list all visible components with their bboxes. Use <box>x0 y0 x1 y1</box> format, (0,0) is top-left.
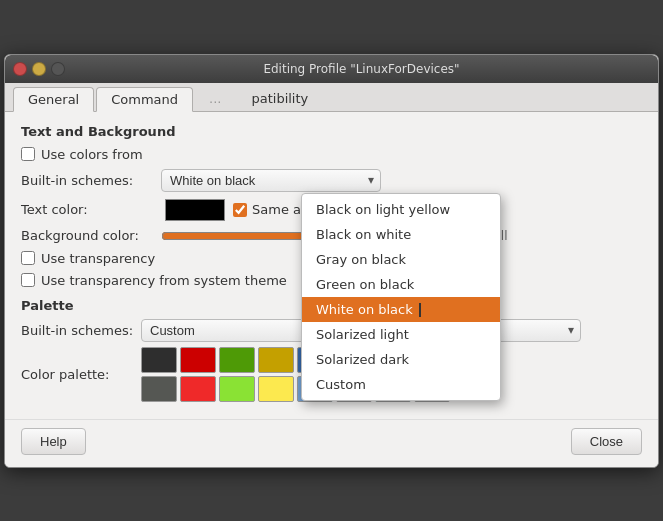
cursor-indicator <box>419 303 421 317</box>
tab-compatibility[interactable]: patibility <box>237 87 322 111</box>
close-window-button[interactable] <box>13 62 27 76</box>
use-system-theme-label: Use transparency from system theme <box>41 273 287 288</box>
use-colors-row: Use colors from <box>21 147 642 162</box>
scheme-custom[interactable]: Custom <box>302 372 500 397</box>
swatch-2-1[interactable] <box>141 376 177 402</box>
use-system-theme-checkbox[interactable] <box>21 273 35 287</box>
same-as-text-checkbox[interactable] <box>233 203 247 217</box>
text-color-label: Text color: <box>21 202 161 217</box>
scheme-solarized-dark[interactable]: Solarized dark <box>302 347 500 372</box>
use-transparency-label: Use transparency <box>41 251 155 266</box>
builtin-schemes-row: Built-in schemes: White on black Black o… <box>21 169 642 192</box>
color-palette-label: Color palette: <box>21 367 141 382</box>
scheme-black-light-yellow[interactable]: Black on light yellow <box>302 197 500 222</box>
tab-command[interactable]: Command <box>96 87 193 112</box>
tab-general[interactable]: General <box>13 87 94 112</box>
palette-builtin-label: Built-in schemes: <box>21 323 141 338</box>
window-controls <box>13 62 65 76</box>
swatch-2-4[interactable] <box>258 376 294 402</box>
builtin-schemes-label: Built-in schemes: <box>21 173 161 188</box>
builtin-schemes-button[interactable]: White on black <box>161 169 381 192</box>
scheme-solarized-light[interactable]: Solarized light <box>302 322 500 347</box>
builtin-schemes-dropdown[interactable]: White on black Black on light yellow Bla… <box>161 169 381 192</box>
swatch-1-3[interactable] <box>219 347 255 373</box>
swatch-1-4[interactable] <box>258 347 294 373</box>
swatch-2-2[interactable] <box>180 376 216 402</box>
footer: Help Close <box>5 419 658 467</box>
profile-content: Text and Background Use colors from Buil… <box>5 112 658 419</box>
titlebar: Editing Profile "LinuxForDevices" <box>5 55 658 83</box>
swatch-2-3[interactable] <box>219 376 255 402</box>
maximize-button[interactable] <box>51 62 65 76</box>
use-colors-checkbox[interactable] <box>21 147 35 161</box>
main-window: Editing Profile "LinuxForDevices" Genera… <box>4 54 659 468</box>
text-color-swatch[interactable] <box>165 199 225 221</box>
swatch-1-2[interactable] <box>180 347 216 373</box>
scheme-white-black[interactable]: White on black <box>302 297 500 323</box>
minimize-button[interactable] <box>32 62 46 76</box>
swatch-1-1[interactable] <box>141 347 177 373</box>
close-button[interactable]: Close <box>571 428 642 455</box>
bg-color-label: Background color: <box>21 228 161 243</box>
scheme-green-black[interactable]: Green on black <box>302 272 500 297</box>
builtin-schemes-menu: Black on light yellow Black on white Gra… <box>301 193 501 402</box>
scheme-black-white[interactable]: Black on white <box>302 222 500 247</box>
use-transparency-checkbox[interactable] <box>21 251 35 265</box>
window-title: Editing Profile "LinuxForDevices" <box>73 62 650 76</box>
scheme-gray-black[interactable]: Gray on black <box>302 247 500 272</box>
tab-extra[interactable]: ... <box>195 87 235 111</box>
use-colors-label: Use colors from <box>41 147 143 162</box>
text-bg-section-title: Text and Background <box>21 124 642 139</box>
help-button[interactable]: Help <box>21 428 86 455</box>
tab-bar: General Command ... patibility <box>5 83 658 112</box>
